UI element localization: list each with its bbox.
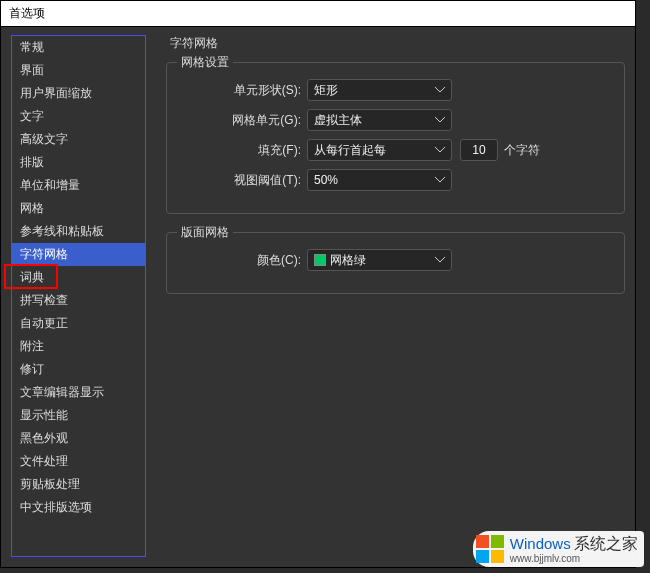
sidebar-item-advanced-text[interactable]: 高级文字: [12, 128, 145, 151]
sidebar-item-char-grid[interactable]: 字符网格: [12, 243, 145, 266]
sidebar-item-ui-scale[interactable]: 用户界面缩放: [12, 82, 145, 105]
main-panel: 字符网格 网格设置 单元形状(S): 矩形 网格单元(G): 虚拟主体: [166, 35, 625, 557]
grid-settings-fieldset: 网格设置 单元形状(S): 矩形 网格单元(G): 虚拟主体: [166, 62, 625, 214]
title-bar: 首选项: [1, 1, 635, 27]
fill-suffix: 个字符: [504, 142, 540, 159]
cell-shape-value: 矩形: [314, 82, 338, 99]
dialog-content: 常规 界面 用户界面缩放 文字 高级文字 排版 单位和增量 网格 参考线和粘贴板…: [1, 27, 635, 567]
sidebar-item-general[interactable]: 常规: [12, 36, 145, 59]
grid-unit-select[interactable]: 虚拟主体: [307, 109, 452, 131]
sidebar-item-cjk-comp[interactable]: 中文排版选项: [12, 496, 145, 519]
sidebar-item-grid[interactable]: 网格: [12, 197, 145, 220]
chevron-down-icon: [435, 117, 445, 123]
row-view-threshold: 视图阈值(T): 50%: [177, 169, 614, 191]
sidebar-item-clipboard[interactable]: 剪贴板处理: [12, 473, 145, 496]
main-title: 字符网格: [166, 35, 625, 52]
layout-grid-fieldset: 版面网格 颜色(C): 网格绿: [166, 232, 625, 294]
row-fill: 填充(F): 从每行首起每 个字符: [177, 139, 614, 161]
sidebar-item-black-look[interactable]: 黑色外观: [12, 427, 145, 450]
grid-unit-label: 网格单元(G):: [177, 112, 307, 129]
brand-main: Windows: [510, 535, 571, 552]
cell-shape-select[interactable]: 矩形: [307, 79, 452, 101]
sidebar-item-spelling[interactable]: 拼写检查: [12, 289, 145, 312]
color-select[interactable]: 网格绿: [307, 249, 452, 271]
chevron-down-icon: [435, 177, 445, 183]
cell-shape-label: 单元形状(S):: [177, 82, 307, 99]
chevron-down-icon: [435, 257, 445, 263]
view-threshold-select[interactable]: 50%: [307, 169, 452, 191]
windows-logo-icon: [476, 535, 504, 563]
view-threshold-value: 50%: [314, 173, 338, 187]
sidebar-item-display-perf[interactable]: 显示性能: [12, 404, 145, 427]
chevron-down-icon: [435, 87, 445, 93]
sidebar-item-units[interactable]: 单位和增量: [12, 174, 145, 197]
sidebar-item-notes[interactable]: 附注: [12, 335, 145, 358]
sidebar-item-revisions[interactable]: 修订: [12, 358, 145, 381]
sidebar-item-text[interactable]: 文字: [12, 105, 145, 128]
sidebar-item-autocorrect[interactable]: 自动更正: [12, 312, 145, 335]
fill-label: 填充(F):: [177, 142, 307, 159]
preferences-dialog: 首选项 常规 界面 用户界面缩放 文字 高级文字 排版 单位和增量 网格 参考线…: [0, 0, 636, 568]
brand-sub: 系统之家: [574, 535, 638, 552]
layout-grid-legend: 版面网格: [177, 224, 233, 241]
sidebar-item-typesetting[interactable]: 排版: [12, 151, 145, 174]
watermark-text: Windows 系统之家 www.bjjmlv.com: [510, 534, 638, 564]
row-cell-shape: 单元形状(S): 矩形: [177, 79, 614, 101]
sidebar-item-file-handling[interactable]: 文件处理: [12, 450, 145, 473]
fill-select[interactable]: 从每行首起每: [307, 139, 452, 161]
row-grid-unit: 网格单元(G): 虚拟主体: [177, 109, 614, 131]
chevron-down-icon: [435, 147, 445, 153]
sidebar-item-guides[interactable]: 参考线和粘贴板: [12, 220, 145, 243]
view-threshold-label: 视图阈值(T):: [177, 172, 307, 189]
dialog-title: 首选项: [9, 6, 45, 20]
color-name: 网格绿: [330, 252, 366, 269]
sidebar[interactable]: 常规 界面 用户界面缩放 文字 高级文字 排版 单位和增量 网格 参考线和粘贴板…: [11, 35, 146, 557]
watermark: Windows 系统之家 www.bjjmlv.com: [473, 531, 644, 567]
grid-settings-legend: 网格设置: [177, 54, 233, 71]
sidebar-item-dictionary[interactable]: 词典: [12, 266, 145, 289]
fill-count-input[interactable]: [460, 139, 498, 161]
sidebar-item-article-editor[interactable]: 文章编辑器显示: [12, 381, 145, 404]
fill-value: 从每行首起每: [314, 142, 386, 159]
sidebar-item-interface[interactable]: 界面: [12, 59, 145, 82]
color-label: 颜色(C):: [177, 252, 307, 269]
grid-unit-value: 虚拟主体: [314, 112, 362, 129]
color-swatch-icon: [314, 254, 326, 266]
row-color: 颜色(C): 网格绿: [177, 249, 614, 271]
